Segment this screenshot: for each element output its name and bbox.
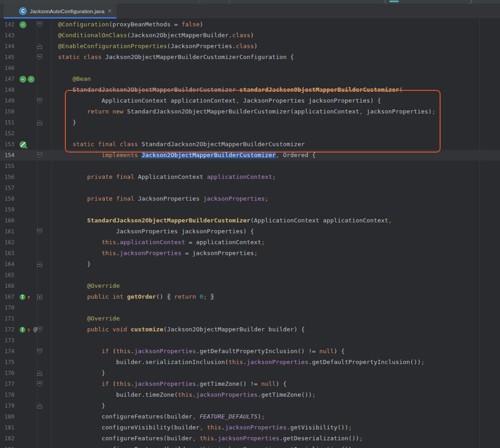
code-line-165[interactable]: 165 (0, 270, 500, 281)
code-line-171[interactable]: 171 @Override (0, 313, 500, 324)
code-line-149[interactable]: 149 ApplicationContext applicationContex… (0, 95, 500, 106)
code-text-156[interactable]: private final ApplicationContext applica… (44, 172, 276, 182)
code-text-154[interactable]: implements Jackson2ObjectMapperBuilderCu… (44, 150, 316, 161)
overrides-up-icon[interactable]: ↑ (27, 294, 31, 300)
fold-marker-down-icon[interactable] (37, 229, 42, 234)
implementing-method-icon[interactable]: I (20, 327, 25, 333)
line-number-179[interactable]: 179 (5, 400, 20, 411)
code-line-146[interactable]: 146 (0, 63, 500, 74)
code-line-148[interactable]: 148 StandardJackson2ObjectMapperBuilderC… (0, 84, 500, 95)
code-text-145[interactable]: static class Jackson2ObjectMapperBuilder… (44, 52, 294, 63)
code-line-176[interactable]: 176 } (0, 368, 500, 379)
line-number-161[interactable]: 161 (5, 226, 20, 237)
fold-marker-up-icon[interactable] (37, 261, 42, 267)
code-line-153[interactable]: 153▾ static final class StandardJackson2… (0, 139, 500, 150)
line-number-182[interactable]: 182 (5, 433, 20, 444)
code-text-153[interactable]: static final class StandardJackson2Objec… (44, 139, 305, 150)
code-line-145[interactable]: 145 static class Jackson2ObjectMapperBui… (0, 52, 500, 63)
fold-marker-up-icon[interactable] (37, 370, 42, 376)
line-number-166[interactable]: 166 (5, 281, 20, 291)
code-line-173[interactable]: 173 (0, 335, 500, 346)
code-line-151[interactable]: 151 } (0, 117, 500, 128)
line-number-175[interactable]: 175 (5, 357, 20, 368)
code-text-175[interactable]: builder.serializationInclusion(this.jack… (44, 357, 425, 368)
code-text-158[interactable]: private final JacksonProperties jacksonP… (44, 193, 269, 204)
code-line-156[interactable]: 156 private final ApplicationContext app… (0, 172, 500, 182)
code-line-179[interactable]: 179 } (0, 400, 500, 411)
editor-pane[interactable]: 142✓ @Configuration(proxyBeanMethods = f… (0, 19, 500, 448)
code-line-182[interactable]: 182 configureFeatures(builder, this.jack… (0, 433, 500, 444)
line-number-153[interactable]: 153 (5, 139, 20, 150)
code-text-149[interactable]: ApplicationContext applicationContext, J… (44, 95, 381, 106)
code-line-154[interactable]: 154 implements Jackson2ObjectMapperBuild… (0, 150, 500, 161)
overrides-up-icon[interactable]: ↑ (27, 326, 31, 333)
line-number-144[interactable]: 144 (5, 41, 20, 52)
line-number-157[interactable]: 157 (5, 182, 20, 193)
line-number-149[interactable]: 149 (5, 95, 20, 106)
line-number-172[interactable]: 172 (5, 324, 20, 335)
code-line-163[interactable]: 163 this.jacksonProperties = jacksonProp… (0, 248, 500, 259)
code-text-148[interactable]: StandardJackson2ObjectMapperBuilderCusto… (44, 84, 403, 95)
line-number-176[interactable]: 176 (5, 368, 20, 379)
code-line-174[interactable]: 174 if (this.jacksonProperties.getDefaul… (0, 346, 500, 357)
tab-jacksonautoconfiguration[interactable]: C JacksonAutoConfiguration.java ✕ (4, 4, 117, 19)
code-text-143[interactable]: @ConditionalOnClass(Jackson2ObjectMapper… (44, 30, 254, 41)
code-line-162[interactable]: 162 this.applicationContext = applicatio… (0, 237, 500, 248)
code-text-172[interactable]: public void customize(Jackson2ObjectMapp… (44, 324, 305, 335)
code-line-157[interactable]: 157 (0, 182, 500, 193)
line-number-142[interactable]: 142 (5, 19, 20, 30)
line-number-181[interactable]: 181 (5, 422, 20, 433)
code-text-180[interactable]: configureFeatures(builder, FEATURE_DEFAU… (44, 411, 265, 422)
line-number-147[interactable]: 147 (5, 74, 20, 84)
code-line-158[interactable]: 158 private final JacksonProperties jack… (0, 193, 500, 204)
code-line-175[interactable]: 175 builder.serializationInclusion(this.… (0, 357, 500, 368)
line-number-150[interactable]: 150 (5, 106, 20, 117)
fold-marker-down-icon[interactable] (37, 381, 42, 387)
code-line-183[interactable]: 183 configureFeatures(builder, this.jack… (0, 444, 500, 448)
line-number-164[interactable]: 164 (5, 259, 20, 270)
code-line-164[interactable]: 164 } (0, 259, 500, 270)
line-number-180[interactable]: 180 (5, 411, 20, 422)
code-line-166[interactable]: 166 @Override (0, 281, 500, 291)
line-number-148[interactable]: 148 (5, 84, 20, 95)
line-number-170[interactable]: 170 (5, 302, 20, 313)
fold-marker-plus-icon[interactable]: + (37, 295, 42, 300)
run-widget-cutoff[interactable] (385, 0, 472, 4)
line-number-155[interactable]: 155 (5, 161, 20, 172)
code-line-159[interactable]: 159 (0, 204, 500, 215)
line-number-146[interactable]: 146 (5, 63, 20, 74)
code-text-179[interactable]: } (44, 400, 105, 411)
line-number-177[interactable]: 177 (5, 379, 20, 389)
code-text-182[interactable]: configureFeatures(builder, this.jacksonP… (44, 433, 363, 444)
line-number-143[interactable]: 143 (5, 30, 20, 41)
test-passed-icon[interactable]: ✓ (20, 21, 26, 28)
line-number-160[interactable]: 160 (5, 215, 20, 226)
line-number-154[interactable]: 154 (5, 150, 20, 161)
code-text-166[interactable]: @Override (44, 281, 120, 291)
code-text-150[interactable]: return new StandardJackson2ObjectMapperB… (44, 106, 436, 117)
code-line-181[interactable]: 181 configureVisibility(builder, this.ja… (0, 422, 500, 433)
line-number-173[interactable]: 173 (5, 335, 20, 346)
code-line-142[interactable]: 142✓ @Configuration(proxyBeanMethods = f… (0, 19, 500, 30)
line-number-152[interactable]: 152 (5, 128, 20, 139)
code-text-147[interactable]: @Bean (44, 74, 91, 84)
fold-marker-down-icon[interactable] (37, 349, 42, 354)
line-number-167[interactable]: 167 (5, 291, 20, 302)
fold-marker-up-icon[interactable] (37, 120, 42, 125)
code-text-183[interactable]: configureFeatures(builder, this.jacksonP… (44, 444, 356, 448)
code-line-178[interactable]: 178 builder.timeZone(this.jacksonPropert… (0, 389, 500, 400)
code-line-161[interactable]: 161 JacksonProperties jacksonProperties)… (0, 226, 500, 237)
code-text-167[interactable]: public int getOrder() { return 0; } (44, 291, 214, 302)
code-text-161[interactable]: JacksonProperties jacksonProperties) { (44, 226, 254, 237)
code-text-178[interactable]: builder.timeZone(this.jacksonProperties.… (44, 389, 316, 400)
code-line-152[interactable]: 152 (0, 128, 500, 139)
code-line-177[interactable]: 177 if (this.jacksonProperties.getTimeZo… (0, 379, 500, 389)
fold-marker-up-icon[interactable] (37, 403, 42, 409)
line-number-159[interactable]: 159 (5, 204, 20, 215)
code-text-142[interactable]: @Configuration(proxyBeanMethods = false) (44, 19, 203, 30)
line-number-162[interactable]: 162 (5, 237, 20, 248)
code-line-180[interactable]: 180 configureFeatures(builder, FEATURE_D… (0, 411, 500, 422)
line-number-178[interactable]: 178 (5, 389, 20, 400)
code-line-150[interactable]: 150 return new StandardJackson2ObjectMap… (0, 106, 500, 117)
fold-marker-down-icon[interactable] (37, 22, 42, 27)
